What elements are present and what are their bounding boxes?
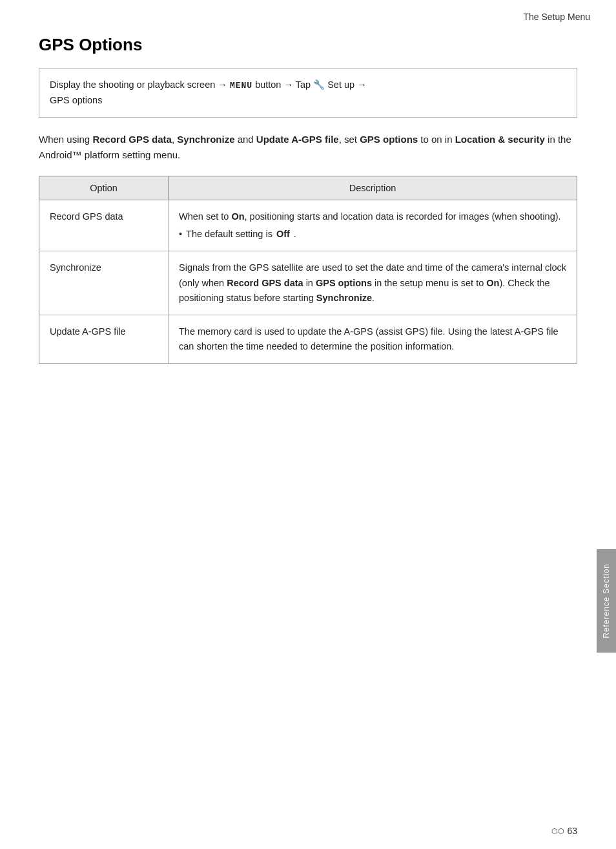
gps-options-table: Option Description Record GPS data When … [39,176,577,364]
page-title: GPS Options [39,35,577,55]
nav-middle: button [255,79,283,90]
intro-bold-1: Record GPS data [92,134,172,145]
description-synchronize: Signals from the GPS satellite are used … [169,251,577,315]
sync-bold-2: GPS options [316,278,372,288]
col-header-description: Description [169,176,577,200]
sync-bold-4: Synchronize [316,293,372,303]
bullet-default-off: The default setting is Off. [179,227,566,242]
intro-bold-3: Update A-GPS file [256,134,339,145]
page-header: The Setup Menu [0,0,616,28]
page-number: 63 [567,826,577,836]
nav-instruction-box: Display the shooting or playback screen … [39,68,577,118]
main-content: GPS Options Display the shooting or play… [0,28,616,403]
page-footer: ⬡⬡ 63 [551,826,577,836]
intro-paragraph: When using Record GPS data, Synchronize … [39,132,577,163]
table-row: Synchronize Signals from the GPS satelli… [39,251,577,315]
sync-bold-3: On [486,278,499,288]
option-record-gps: Record GPS data [39,200,169,251]
option-update-agps: Update A-GPS file [39,315,169,363]
reference-section-tab: Reference Section [597,549,616,653]
wrench-icon: 🔧 [313,79,325,90]
menu-label: MENU [230,81,252,90]
intro-bold-2: Synchronize [177,134,234,145]
nav-arrow2: → [283,79,295,90]
intro-bold-4: GPS options [360,134,418,145]
description-update-agps: The memory card is used to update the A-… [169,315,577,363]
option-synchronize: Synchronize [39,251,169,315]
sync-bold-1: Record GPS data [227,278,303,288]
side-tab-label: Reference Section [602,563,611,638]
intro-bold-5: Location & security [455,134,545,145]
nav-setup: Set up [327,79,357,90]
description-record-gps: When set to On, positioning starts and l… [169,200,577,251]
off-bold: Off [276,227,290,242]
nav-suffix: GPS options [50,95,102,105]
on-bold: On [231,211,244,222]
nav-prefix: Display the shooting or playback screen [50,79,218,90]
table-header-row: Option Description [39,176,577,200]
nav-tap: Tap [296,79,313,90]
footer-icon: ⬡⬡ [551,827,564,835]
table-row: Record GPS data When set to On, position… [39,200,577,251]
header-title: The Setup Menu [523,12,590,22]
col-header-option: Option [39,176,169,200]
nav-arrow1: → [218,79,230,90]
nav-arrow3: → [357,79,367,90]
table-row: Update A-GPS file The memory card is use… [39,315,577,363]
